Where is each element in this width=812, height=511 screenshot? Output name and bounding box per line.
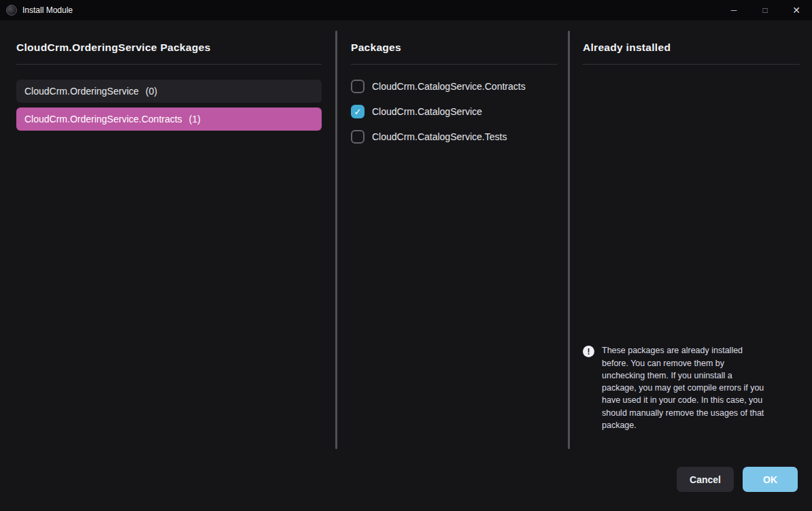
package-label: CloudCrm.CatalogService.Contracts [372,81,526,92]
info-exclamation-icon: ! [583,346,594,357]
maximize-button[interactable]: □ [749,0,781,20]
module-item-count: (1) [189,114,201,125]
titlebar: Install Module ─ □ ✕ [0,0,812,20]
package-label: CloudCrm.CatalogService [372,106,482,117]
window-title: Install Module [22,5,73,15]
package-label: CloudCrm.CatalogService.Tests [372,131,507,142]
modules-panel: CloudCrm.OrderingService Packages CloudC… [0,31,335,449]
package-row-catalogservice[interactable]: CloudCrm.CatalogService [351,105,558,118]
checkbox-checked-icon[interactable] [351,105,365,118]
package-list: CloudCrm.CatalogService.Contracts CloudC… [351,80,558,144]
packages-panel-divider [351,64,558,65]
modules-panel-divider [16,64,322,65]
minimize-button[interactable]: ─ [718,0,749,20]
packages-panel-header: Packages [351,42,558,54]
already-installed-panel: Already installed ! These packages are a… [570,31,812,449]
install-module-window: Install Module ─ □ ✕ CloudCrm.OrderingSe… [0,0,812,511]
module-list: CloudCrm.OrderingService (0) CloudCrm.Or… [16,80,322,131]
modules-panel-header: CloudCrm.OrderingService Packages [16,42,322,54]
module-item-label: CloudCrm.OrderingService [24,86,139,97]
already-installed-header: Already installed [583,42,800,54]
cancel-button[interactable]: Cancel [677,467,734,492]
module-item-count: (0) [146,86,157,97]
app-icon [6,5,17,16]
package-row-catalogservice-contracts[interactable]: CloudCrm.CatalogService.Contracts [351,80,558,93]
uninstall-warning-note: ! These packages are already installed b… [583,344,800,431]
content-area: CloudCrm.OrderingService Packages CloudC… [0,20,812,449]
ok-button[interactable]: OK [743,467,798,492]
close-button[interactable]: ✕ [781,0,812,20]
package-row-catalogservice-tests[interactable]: CloudCrm.CatalogService.Tests [351,130,558,144]
module-item-orderingservice-contracts[interactable]: CloudCrm.OrderingService.Contracts (1) [16,108,322,131]
module-item-label: CloudCrm.OrderingService.Contracts [24,114,182,125]
uninstall-warning-text: These packages are already installed bef… [602,344,765,431]
window-controls: ─ □ ✕ [718,0,812,20]
module-item-orderingservice[interactable]: CloudCrm.OrderingService (0) [16,80,322,103]
checkbox-icon[interactable] [351,130,365,144]
checkbox-icon[interactable] [351,80,365,93]
footer-actions: Cancel OK [0,449,812,511]
already-installed-divider [583,64,800,65]
packages-panel: Packages CloudCrm.CatalogService.Contrac… [337,31,568,449]
